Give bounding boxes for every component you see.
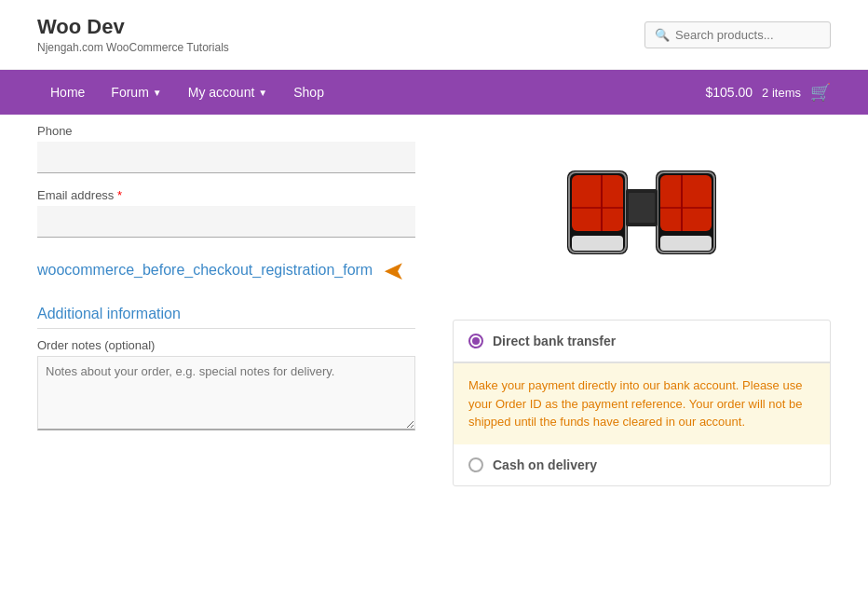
site-tagline: Njengah.com WooCommerce Tutorials	[37, 41, 229, 54]
nav-item-shop[interactable]: Shop	[280, 70, 337, 115]
cart-icon: 🛒	[810, 82, 831, 102]
site-title: Woo Dev	[37, 15, 229, 39]
order-notes-group: Order notes (optional)	[37, 338, 415, 433]
search-box[interactable]: 🔍	[644, 21, 831, 48]
email-field-group: Email address *	[37, 188, 415, 238]
checkout-form: Phone Email address * woocommerce_before…	[37, 115, 415, 486]
nav-label-home: Home	[50, 85, 85, 100]
right-column: Direct bank transfer Make your payment d…	[453, 115, 831, 486]
arrow-left-icon: ➤	[384, 252, 405, 289]
nav-item-myaccount[interactable]: My account ▼	[175, 70, 281, 115]
hook-text-content: woocommerce_before_checkout_registration…	[37, 260, 373, 280]
additional-info-title: Additional information	[37, 306, 415, 329]
payment-methods-box: Direct bank transfer Make your payment d…	[453, 320, 831, 486]
nav-label-shop: Shop	[293, 85, 324, 100]
nav-item-forum[interactable]: Forum ▼	[98, 70, 174, 115]
product-image-area	[453, 124, 831, 310]
radio-bank-transfer[interactable]	[468, 334, 483, 348]
nav-item-home[interactable]: Home	[37, 70, 98, 115]
svg-rect-1	[572, 175, 623, 231]
cod-label: Cash on delivery	[493, 457, 597, 472]
order-notes-textarea[interactable]	[37, 356, 415, 430]
nav-label-myaccount: My account	[188, 85, 255, 100]
payment-option-bank-transfer[interactable]: Direct bank transfer	[454, 321, 830, 362]
svg-rect-2	[572, 236, 623, 251]
bank-transfer-description: Make your payment directly into our bank…	[454, 362, 830, 444]
phone-label: Phone	[37, 124, 415, 138]
phone-input[interactable]	[37, 142, 415, 173]
hook-text-area: woocommerce_before_checkout_registration…	[37, 252, 415, 289]
svg-rect-8	[660, 236, 712, 251]
chevron-down-icon: ▼	[258, 88, 267, 98]
bank-transfer-label: Direct bank transfer	[493, 334, 616, 348]
chevron-down-icon: ▼	[153, 88, 162, 98]
svg-rect-13	[629, 193, 655, 223]
search-input[interactable]	[675, 28, 821, 42]
main-content: Phone Email address * woocommerce_before…	[0, 115, 868, 486]
payment-option-cod[interactable]: Cash on delivery	[454, 444, 830, 485]
nav-bar: Home Forum ▼ My account ▼ Shop $105.00 2…	[0, 70, 868, 115]
nav-label-forum: Forum	[111, 85, 148, 100]
phone-field-group: Phone	[37, 124, 415, 173]
cart-area[interactable]: $105.00 2 items 🛒	[705, 82, 831, 102]
site-branding: Woo Dev Njengah.com WooCommerce Tutorial…	[37, 15, 229, 54]
site-header: Woo Dev Njengah.com WooCommerce Tutorial…	[0, 0, 868, 70]
email-label: Email address *	[37, 188, 415, 202]
required-indicator: *	[117, 188, 122, 202]
cart-total: $105.00	[705, 85, 753, 100]
search-icon: 🔍	[655, 28, 670, 42]
order-notes-label: Order notes (optional)	[37, 338, 415, 352]
email-input[interactable]	[37, 206, 415, 238]
nav-items: Home Forum ▼ My account ▼ Shop	[37, 70, 337, 115]
cart-item-count: 2 items	[762, 86, 801, 100]
svg-rect-7	[660, 175, 712, 231]
radio-cod[interactable]	[468, 457, 483, 472]
product-image	[558, 143, 726, 282]
